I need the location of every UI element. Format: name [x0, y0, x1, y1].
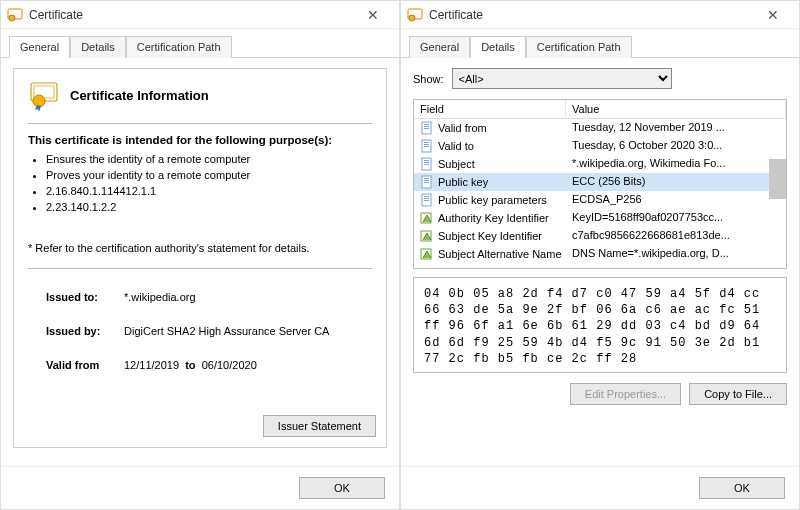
valid-from-row: Valid from 12/11/2019 to 06/10/2020: [46, 359, 372, 371]
list-item[interactable]: Authority Key IdentifierKeyID=5168ff90af…: [414, 209, 786, 227]
field-name: Subject: [438, 158, 475, 170]
issued-by-value: DigiCert SHA2 High Assurance Server CA: [124, 325, 329, 337]
valid-from-value: 12/11/2019: [124, 359, 179, 371]
svg-rect-16: [424, 160, 429, 161]
svg-rect-22: [424, 182, 429, 183]
list-item[interactable]: Valid fromTuesday, 12 November 2019 ...: [414, 119, 786, 137]
issued-to-label: Issued to:: [46, 291, 124, 303]
certificate-info-box: Certificate Information This certificate…: [13, 68, 387, 448]
field-name: Subject Alternative Name: [438, 248, 562, 260]
divider: [28, 268, 372, 269]
list-item[interactable]: Valid toTuesday, 6 October 2020 3:0...: [414, 137, 786, 155]
tab-certification-path[interactable]: Certification Path: [126, 36, 232, 58]
document-icon: [420, 193, 434, 207]
dialog-buttons: OK: [1, 466, 399, 509]
svg-rect-21: [424, 180, 429, 181]
extension-icon: [420, 211, 434, 225]
extension-icon: [420, 229, 434, 243]
listview-body[interactable]: Valid fromTuesday, 12 November 2019 ...V…: [414, 119, 786, 268]
svg-point-1: [9, 15, 15, 21]
window-title: Certificate: [29, 8, 353, 22]
show-row: Show: <All>: [413, 68, 787, 89]
svg-point-4: [33, 95, 45, 107]
window-title: Certificate: [429, 8, 753, 22]
issuer-statement-button[interactable]: Issuer Statement: [263, 415, 376, 437]
issued-by-label: Issued by:: [46, 325, 124, 337]
show-label: Show:: [413, 73, 444, 85]
tab-certification-path[interactable]: Certification Path: [526, 36, 632, 58]
list-item[interactable]: Subject Key Identifierc7afbc985662266868…: [414, 227, 786, 245]
svg-rect-17: [424, 162, 429, 163]
svg-rect-8: [424, 124, 429, 125]
certificate-badge-icon: [28, 79, 60, 111]
svg-rect-14: [424, 146, 429, 147]
tab-body-general: Certificate Information This certificate…: [1, 58, 399, 466]
show-select[interactable]: <All>: [452, 68, 672, 89]
valid-dates: 12/11/2019 to 06/10/2020: [124, 359, 257, 371]
purpose-list: Ensures the identity of a remote compute…: [46, 152, 372, 216]
valid-to-value: 06/10/2020: [202, 359, 257, 371]
extension-icon: [420, 247, 434, 261]
info-heading: Certificate Information: [70, 88, 209, 103]
tab-general[interactable]: General: [9, 36, 70, 58]
list-item[interactable]: Public keyECC (256 Bits): [414, 173, 786, 191]
footnote: * Refer to the certification authority's…: [28, 242, 372, 254]
copy-to-file-button[interactable]: Copy to File...: [689, 383, 787, 405]
document-icon: [420, 121, 434, 135]
issued-to-row: Issued to: *.wikipedia.org: [46, 291, 372, 303]
field-value: Tuesday, 12 November 2019 ...: [566, 120, 786, 136]
svg-rect-20: [424, 178, 429, 179]
scrollbar-thumb[interactable]: [769, 159, 786, 199]
tab-details[interactable]: Details: [70, 36, 126, 58]
field-value: KeyID=5168ff90af0207753cc...: [566, 210, 786, 226]
tab-bar: General Details Certification Path: [1, 29, 399, 58]
certificate-dialog-general: Certificate ✕ General Details Certificat…: [0, 0, 400, 510]
purpose-item: Ensures the identity of a remote compute…: [46, 152, 372, 168]
svg-rect-10: [424, 128, 429, 129]
list-item[interactable]: Subject Alternative NameDNS Name=*.wikip…: [414, 245, 786, 263]
purpose-title: This certificate is intended for the fol…: [28, 134, 372, 146]
titlebar: Certificate ✕: [1, 1, 399, 29]
field-value: *.wikipedia.org, Wikimedia Fo...: [566, 156, 786, 172]
field-value: ECDSA_P256: [566, 192, 786, 208]
close-icon[interactable]: ✕: [353, 1, 393, 28]
hex-dump[interactable]: 04 0b 05 a8 2d f4 d7 c0 47 59 a4 5f d4 c…: [413, 277, 787, 373]
document-icon: [420, 157, 434, 171]
close-icon[interactable]: ✕: [753, 1, 793, 28]
svg-rect-9: [424, 126, 429, 127]
titlebar: Certificate ✕: [401, 1, 799, 29]
field-value: DNS Name=*.wikipedia.org, D...: [566, 246, 786, 262]
svg-point-6: [409, 15, 415, 21]
tab-general[interactable]: General: [409, 36, 470, 58]
issued-by-row: Issued by: DigiCert SHA2 High Assurance …: [46, 325, 372, 337]
field-name: Valid from: [438, 122, 487, 134]
issued-to-value: *.wikipedia.org: [124, 291, 196, 303]
field-listview[interactable]: Field Value Valid fromTuesday, 12 Novemb…: [413, 99, 787, 269]
field-name: Public key parameters: [438, 194, 547, 206]
divider: [28, 123, 372, 124]
ok-button[interactable]: OK: [299, 477, 385, 499]
col-field[interactable]: Field: [414, 100, 566, 118]
svg-rect-12: [424, 142, 429, 143]
document-icon: [420, 175, 434, 189]
listview-header: Field Value: [414, 100, 786, 119]
certificate-icon: [407, 7, 423, 23]
certificate-icon: [7, 7, 23, 23]
purpose-item: 2.23.140.1.2.2: [46, 200, 372, 216]
document-icon: [420, 139, 434, 153]
list-item[interactable]: Public key parametersECDSA_P256: [414, 191, 786, 209]
field-name: Authority Key Identifier: [438, 212, 549, 224]
tab-details[interactable]: Details: [470, 36, 526, 58]
svg-rect-25: [424, 198, 429, 199]
ok-button[interactable]: OK: [699, 477, 785, 499]
field-name: Subject Key Identifier: [438, 230, 542, 242]
tab-body-details: Show: <All> Field Value Valid fromTuesda…: [401, 58, 799, 466]
list-item[interactable]: Subject*.wikipedia.org, Wikimedia Fo...: [414, 155, 786, 173]
purpose-item: Proves your identity to a remote compute…: [46, 168, 372, 184]
purpose-item: 2.16.840.1.114412.1.1: [46, 184, 372, 200]
details-buttons: Edit Properties... Copy to File...: [413, 383, 787, 405]
dialog-buttons: OK: [401, 466, 799, 509]
valid-to-word: to: [185, 359, 195, 371]
issuer-statement-wrap: Issuer Statement: [263, 415, 376, 437]
col-value[interactable]: Value: [566, 100, 786, 118]
